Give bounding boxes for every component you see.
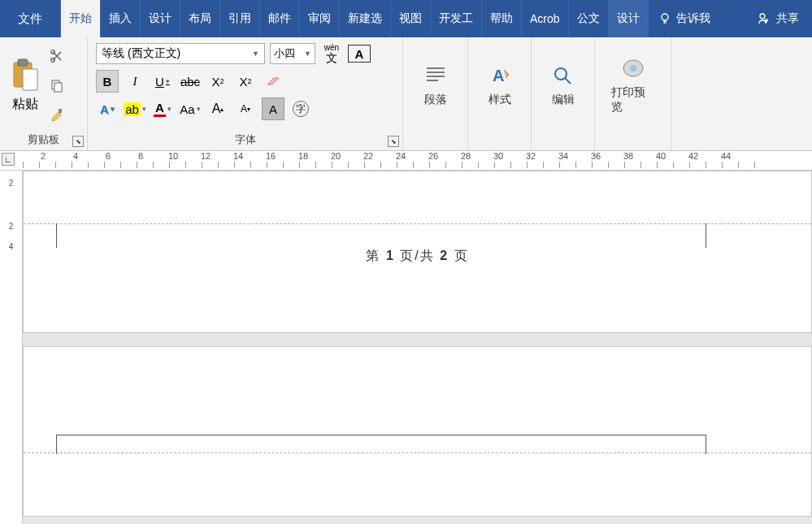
pages-container: 第 1 页/共 2 页 <box>23 171 812 524</box>
group-editing: 编辑 <box>532 37 595 150</box>
shrink-font-button[interactable]: A▾ <box>234 97 257 120</box>
paragraph-button[interactable]: 段落 <box>403 37 467 132</box>
subscript-button[interactable]: X2 <box>206 70 229 93</box>
ribbon: 粘贴 剪贴板⬊ 等线 (西文正文)▼ 小四▼ wén文 A B I U▾ abc <box>0 37 812 151</box>
tab-view[interactable]: 视图 <box>391 0 431 37</box>
font-size-select[interactable]: 小四▼ <box>270 43 315 64</box>
find-icon <box>549 63 578 88</box>
tab-layout[interactable]: 布局 <box>180 0 220 37</box>
svg-text:A: A <box>493 67 504 84</box>
tab-gongwen[interactable]: 公文 <box>569 0 609 37</box>
copy-icon <box>50 78 64 93</box>
svg-rect-8 <box>54 83 62 92</box>
tell-me[interactable]: 告诉我 <box>649 0 720 37</box>
group-print-preview: 打印预览 <box>595 37 671 150</box>
enclose-characters-button[interactable]: 字 <box>289 97 312 120</box>
tab-mailings[interactable]: 邮件 <box>260 0 300 37</box>
format-painter-button[interactable] <box>47 105 67 124</box>
tab-developer[interactable]: 开发工 <box>431 0 482 37</box>
tab-newbuild[interactable]: 新建选 <box>340 0 391 37</box>
svg-rect-9 <box>59 109 62 113</box>
share-button[interactable]: 共享 <box>744 0 812 37</box>
share-label: 共享 <box>776 11 799 26</box>
ribbon-tabs: 文件 开始 插入 设计 布局 引用 邮件 审阅 新建选 视图 开发工 帮助 Ac… <box>0 0 812 37</box>
group-font: 等线 (西文正文)▼ 小四▼ wén文 A B I U▾ abc X2 X2 A… <box>88 37 403 150</box>
group-paragraph: 段落 <box>403 37 468 150</box>
character-border-button[interactable]: A <box>348 45 371 63</box>
header-margin-box <box>56 223 706 248</box>
page-number-field[interactable]: 第 1 页/共 2 页 <box>24 248 811 265</box>
svg-point-13 <box>630 65 636 71</box>
character-shading-button[interactable]: A <box>262 97 284 120</box>
change-case-button[interactable]: Aa▾ <box>179 97 202 120</box>
svg-point-11 <box>555 68 567 80</box>
tab-file[interactable]: 文件 <box>0 0 61 37</box>
clear-formatting-button[interactable] <box>262 70 284 93</box>
tab-insert[interactable]: 插入 <box>101 0 141 37</box>
superscript-button[interactable]: X2 <box>234 70 257 93</box>
horizontal-ruler[interactable]: ∟ 24681012141618202224262830323436384042… <box>0 151 812 171</box>
group-clipboard: 粘贴 剪贴板⬊ <box>0 37 88 150</box>
copy-button[interactable] <box>47 76 67 95</box>
styles-button[interactable]: A 样式 <box>468 37 531 132</box>
highlight-button[interactable]: ab▾ <box>124 97 146 120</box>
phonetic-guide-button[interactable]: wén文 <box>320 42 343 65</box>
eraser-icon <box>265 75 281 88</box>
tab-design-context[interactable]: 设计 <box>609 0 649 37</box>
page-2[interactable] <box>23 346 812 517</box>
tab-acrobat[interactable]: Acrob <box>522 0 569 37</box>
tab-home[interactable]: 开始 <box>61 0 101 37</box>
header-boundary <box>24 453 811 453</box>
print-preview-icon <box>619 56 648 80</box>
clipboard-label: 剪贴板⬊ <box>0 132 87 150</box>
page-1[interactable]: 第 1 页/共 2 页 <box>23 171 812 333</box>
editing-button[interactable]: 编辑 <box>532 37 594 132</box>
styles-icon: A <box>485 63 515 88</box>
svg-point-0 <box>662 14 668 20</box>
print-preview-button[interactable]: 打印预览 <box>595 37 671 132</box>
paragraph-icon <box>421 63 450 88</box>
scissors-icon <box>50 49 64 63</box>
text-effects-button[interactable]: A▾ <box>96 97 119 120</box>
paste-label: 粘贴 <box>12 96 38 113</box>
tab-design[interactable]: 设计 <box>141 0 180 37</box>
bold-button[interactable]: B <box>96 70 119 93</box>
font-launcher[interactable]: ⬊ <box>388 136 399 147</box>
lightbulb-icon <box>658 12 671 25</box>
share-icon <box>757 11 771 26</box>
clipboard-launcher[interactable]: ⬊ <box>72 136 84 147</box>
brush-icon <box>50 107 64 122</box>
tab-selector[interactable]: ∟ <box>2 153 15 166</box>
vertical-ruler[interactable]: 224 <box>0 171 23 524</box>
paste-icon <box>10 57 41 93</box>
group-styles: A 样式 <box>468 37 532 150</box>
underline-button[interactable]: U▾ <box>151 70 174 93</box>
font-color-button[interactable]: A▾ <box>151 97 174 120</box>
header-margin-box <box>56 435 706 454</box>
svg-rect-4 <box>23 69 37 90</box>
strikethrough-button[interactable]: abc <box>179 70 202 93</box>
document-area: 224 第 1 页/共 2 页 <box>0 171 812 524</box>
svg-rect-3 <box>18 59 28 66</box>
font-group-label: 字体⬊ <box>88 132 402 150</box>
tell-me-label: 告诉我 <box>676 11 710 26</box>
svg-point-1 <box>760 14 765 19</box>
grow-font-button[interactable]: A▴ <box>206 97 229 120</box>
tab-references[interactable]: 引用 <box>220 0 260 37</box>
italic-button[interactable]: I <box>124 70 146 93</box>
tab-help[interactable]: 帮助 <box>482 0 522 37</box>
paste-button[interactable]: 粘贴 <box>7 54 44 116</box>
cut-button[interactable] <box>47 46 67 66</box>
font-name-select[interactable]: 等线 (西文正文)▼ <box>96 43 265 64</box>
tab-review[interactable]: 审阅 <box>300 0 340 37</box>
